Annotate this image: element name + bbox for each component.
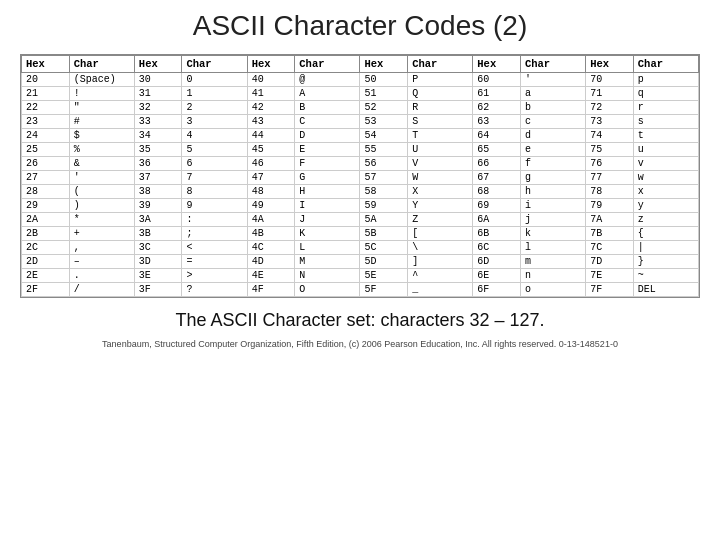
table-cell: 78 [586,185,634,199]
table-cell: \ [408,241,473,255]
table-row: 21!31141A51Q61a71q [22,87,699,101]
table-cell: < [182,241,247,255]
table-cell: 6A [473,213,521,227]
table-cell: ) [69,199,134,213]
table-cell: 2F [22,283,70,297]
table-cell: 6E [473,269,521,283]
table-cell: 3 [182,115,247,129]
table-cell: 34 [134,129,182,143]
table-row: 2E.3E>4EN5E^6En7E~ [22,269,699,283]
table-cell: 29 [22,199,70,213]
column-header-3: Char [182,56,247,73]
table-cell: G [295,171,360,185]
table-cell: 7A [586,213,634,227]
table-cell: $ [69,129,134,143]
table-cell: V [408,157,473,171]
table-cell: | [633,241,698,255]
table-cell: 4E [247,269,295,283]
column-header-9: Char [520,56,585,73]
table-cell: 45 [247,143,295,157]
table-cell: 5D [360,255,408,269]
table-row: 22"32242B52R62b72r [22,101,699,115]
table-cell: S [408,115,473,129]
table-cell: K [295,227,360,241]
ascii-table-wrapper: HexCharHexCharHexCharHexCharHexCharHexCh… [20,54,700,298]
table-cell: q [633,87,698,101]
table-row: 28(38848H58X68h78x [22,185,699,199]
table-cell: 7 [182,171,247,185]
table-cell: 38 [134,185,182,199]
table-cell: ^ [408,269,473,283]
table-cell: 22 [22,101,70,115]
table-cell: 3E [134,269,182,283]
table-cell: t [633,129,698,143]
table-cell: 53 [360,115,408,129]
table-cell: 65 [473,143,521,157]
table-cell: 44 [247,129,295,143]
column-header-0: Hex [22,56,70,73]
table-cell: x [633,185,698,199]
table-cell: 7D [586,255,634,269]
table-cell: L [295,241,360,255]
table-cell: 48 [247,185,295,199]
page-title: ASCII Character Codes (2) [193,10,528,42]
table-cell: z [633,213,698,227]
table-cell: a [520,87,585,101]
table-cell: 7F [586,283,634,297]
table-cell: , [69,241,134,255]
table-cell: 2B [22,227,70,241]
table-cell: 52 [360,101,408,115]
table-cell: 39 [134,199,182,213]
table-cell: Z [408,213,473,227]
table-cell: o [520,283,585,297]
table-cell: 4A [247,213,295,227]
table-cell: * [69,213,134,227]
table-cell: N [295,269,360,283]
table-cell: w [633,171,698,185]
table-cell: E [295,143,360,157]
table-cell: 75 [586,143,634,157]
table-row: 2D–3D=4DM5D]6Dm7D} [22,255,699,269]
table-cell: 46 [247,157,295,171]
table-cell: 60 [473,73,521,87]
table-cell: 57 [360,171,408,185]
table-cell: f [520,157,585,171]
table-cell: 3F [134,283,182,297]
table-cell: 2D [22,255,70,269]
table-cell: 8 [182,185,247,199]
table-cell: J [295,213,360,227]
table-cell: 74 [586,129,634,143]
table-cell: DEL [633,283,698,297]
table-cell: D [295,129,360,143]
table-cell: 59 [360,199,408,213]
table-cell: 32 [134,101,182,115]
table-cell: 21 [22,87,70,101]
table-cell: [ [408,227,473,241]
column-header-10: Hex [586,56,634,73]
table-cell: 76 [586,157,634,171]
table-cell: e [520,143,585,157]
table-cell: _ [408,283,473,297]
table-cell: n [520,269,585,283]
table-cell: 68 [473,185,521,199]
table-cell: ' [520,73,585,87]
table-cell: Q [408,87,473,101]
table-cell: 5E [360,269,408,283]
table-cell: 28 [22,185,70,199]
table-cell: 66 [473,157,521,171]
table-row: 25%35545E55U65e75u [22,143,699,157]
table-cell: = [182,255,247,269]
table-cell: j [520,213,585,227]
table-row: 23#33343C53S63c73s [22,115,699,129]
table-cell: . [69,269,134,283]
table-cell: C [295,115,360,129]
table-cell: l [520,241,585,255]
column-header-6: Hex [360,56,408,73]
table-cell: 2 [182,101,247,115]
table-row: 2C,3C<4CL5C\6Cl7C| [22,241,699,255]
table-cell: 4B [247,227,295,241]
table-cell: 6C [473,241,521,255]
table-cell: ; [182,227,247,241]
table-cell: 49 [247,199,295,213]
column-header-11: Char [633,56,698,73]
